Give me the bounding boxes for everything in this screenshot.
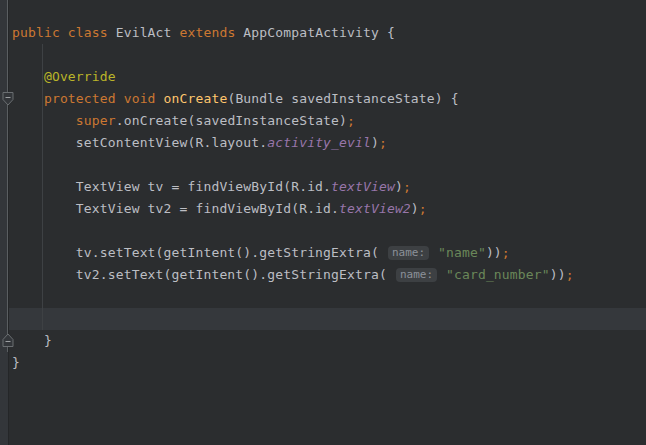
code-token: activity_evil bbox=[267, 135, 371, 150]
code-token: protected void bbox=[44, 91, 164, 106]
code-token bbox=[12, 69, 44, 84]
code-token bbox=[12, 91, 44, 106]
code-line[interactable]: } bbox=[12, 352, 646, 374]
code-token: setContentView(R.layout. bbox=[12, 135, 267, 150]
code-line[interactable] bbox=[12, 0, 646, 22]
code-token bbox=[430, 245, 438, 260]
fold-collapse-end-icon[interactable] bbox=[2, 333, 14, 347]
code-token: ; bbox=[347, 113, 355, 128]
code-line[interactable] bbox=[12, 220, 646, 242]
code-token: .onCreate(savedInstanceState) bbox=[116, 113, 347, 128]
code-area[interactable]: public class EvilAct extends AppCompatAc… bbox=[0, 0, 646, 374]
code-token: TextView tv2 = findViewById(R.id. bbox=[12, 201, 339, 216]
code-line[interactable]: TextView tv = findViewById(R.id.textView… bbox=[12, 176, 646, 198]
code-token: (Bundle savedInstanceState) { bbox=[227, 91, 458, 106]
code-token: ) bbox=[371, 135, 379, 150]
code-line[interactable]: tv2.setText(getIntent().getStringExtra( … bbox=[12, 264, 646, 286]
code-editor[interactable]: public class EvilAct extends AppCompatAc… bbox=[0, 0, 646, 445]
code-token: ; bbox=[419, 201, 427, 216]
code-line[interactable]: TextView tv2 = findViewById(R.id.textVie… bbox=[12, 198, 646, 220]
code-token: )) bbox=[486, 245, 502, 260]
code-line[interactable]: protected void onCreate(Bundle savedInst… bbox=[12, 88, 646, 110]
code-line[interactable] bbox=[12, 154, 646, 176]
code-line[interactable]: super.onCreate(savedInstanceState); bbox=[12, 110, 646, 132]
code-token: ; bbox=[566, 267, 574, 282]
code-line[interactable]: @Override bbox=[12, 66, 646, 88]
code-token: ; bbox=[379, 135, 387, 150]
code-token bbox=[438, 267, 446, 282]
code-token: onCreate bbox=[164, 91, 228, 106]
code-token: public class bbox=[12, 25, 116, 40]
code-token: AppCompatActivity { bbox=[243, 25, 395, 40]
code-token: @Override bbox=[44, 69, 116, 84]
code-line[interactable] bbox=[12, 44, 646, 66]
code-token: ) bbox=[395, 179, 403, 194]
code-token: )) bbox=[550, 267, 566, 282]
code-token: "name" bbox=[438, 245, 486, 260]
code-line[interactable]: public class EvilAct extends AppCompatAc… bbox=[12, 22, 646, 44]
code-token: "card_number" bbox=[446, 267, 550, 282]
code-line[interactable]: tv.setText(getIntent().getStringExtra( n… bbox=[12, 242, 646, 264]
fold-collapse-start-icon[interactable] bbox=[2, 92, 14, 106]
parameter-name-hint: name: bbox=[388, 246, 429, 260]
code-token: tv.setText(getIntent().getStringExtra( bbox=[12, 245, 387, 260]
code-token: ; bbox=[403, 179, 411, 194]
code-line[interactable]: } bbox=[12, 330, 646, 352]
code-line[interactable] bbox=[12, 308, 646, 330]
code-token: tv2.setText(getIntent().getStringExtra( bbox=[12, 267, 395, 282]
code-line[interactable] bbox=[12, 286, 646, 308]
code-token: super bbox=[76, 113, 116, 128]
parameter-name-hint: name: bbox=[396, 268, 437, 282]
code-token: ; bbox=[502, 245, 510, 260]
code-token: textView bbox=[331, 179, 395, 194]
code-token: extends bbox=[180, 25, 244, 40]
code-token: textView2 bbox=[339, 201, 411, 216]
code-token: } bbox=[12, 355, 20, 370]
code-line[interactable]: setContentView(R.layout.activity_evil); bbox=[12, 132, 646, 154]
code-token: EvilAct bbox=[116, 25, 180, 40]
code-token bbox=[12, 113, 76, 128]
code-token: ) bbox=[411, 201, 419, 216]
code-token: TextView tv = findViewById(R.id. bbox=[12, 179, 331, 194]
code-token: } bbox=[12, 333, 52, 348]
